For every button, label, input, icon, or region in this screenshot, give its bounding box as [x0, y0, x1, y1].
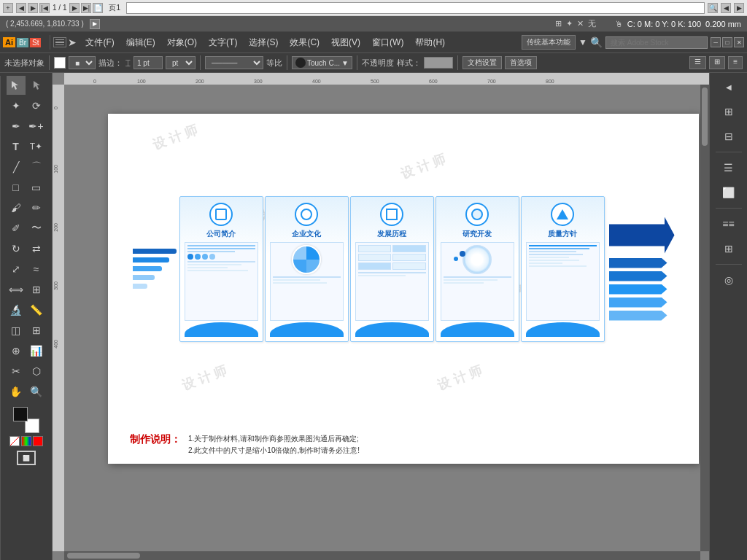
window-close[interactable]: ✕ [734, 37, 744, 47]
properties-panel-btn[interactable]: ⊟ [718, 125, 740, 147]
pathfinder-panel-btn[interactable]: ⊞ [718, 238, 740, 260]
type-tool[interactable]: T [7, 137, 26, 156]
window-maximize[interactable]: □ [722, 37, 732, 47]
direct-select-tool[interactable] [27, 76, 46, 95]
eraser-tool[interactable]: ⬡ [27, 362, 46, 381]
select-tool[interactable] [7, 76, 26, 95]
transform-panel-btn[interactable]: ⊞ [718, 101, 740, 122]
chart-tool[interactable]: 📊 [27, 341, 46, 360]
zoom-tool[interactable]: 🔍 [27, 382, 46, 401]
touch-dropdown[interactable]: Touch C... ▼ [292, 56, 352, 69]
mesh-tool[interactable]: ⊞ [27, 321, 46, 340]
coord-play-btn[interactable]: ▶ [90, 19, 100, 29]
menu-icon-btn[interactable]: ≡ [728, 56, 743, 69]
menu-effect[interactable]: 效果(C) [284, 34, 325, 52]
menu-edit[interactable]: 编辑(E) [120, 34, 161, 52]
workspace-btn[interactable]: 传统基本功能 [522, 35, 576, 50]
scroll-horizontal[interactable] [64, 551, 700, 560]
browser-new-btn[interactable]: + [3, 3, 13, 13]
add-anchor-tool[interactable]: ✒+ [27, 117, 46, 136]
ai-logo[interactable]: Ai [3, 37, 15, 47]
canvas-content[interactable]: 设 计 师 设 计 师 设 计 师 设 计 师 设 计 师 设 计 师 [64, 85, 709, 560]
arc-tool[interactable]: ⌒ [27, 158, 46, 176]
canvas-area[interactable]: 0 100 200 300 400 500 600 700 800 0 100 … [53, 73, 709, 560]
touch-type-tool[interactable]: T✦ [27, 137, 46, 156]
browser-pdf-btn[interactable]: 📄 [93, 3, 103, 13]
rounded-rect-tool[interactable]: ▭ [27, 178, 46, 197]
scroll-v-thumb[interactable] [702, 88, 708, 146]
magic-wand-tool[interactable]: ✦ [7, 96, 26, 115]
rotate-tool[interactable]: ↻ [7, 239, 26, 258]
measure-tool[interactable]: 📏 [27, 300, 46, 319]
free-transform[interactable]: ⊞ [27, 280, 46, 299]
doc-settings-btn[interactable]: 文档设置 [462, 56, 502, 69]
stroke-unit-select[interactable]: pt px [166, 56, 196, 69]
color-swatch[interactable] [21, 436, 31, 446]
pencil-tool[interactable]: ✐ [7, 219, 26, 238]
browser-back-btn[interactable]: ◀ [16, 3, 26, 13]
browser-nav-next[interactable]: ▶ [734, 3, 744, 13]
red-swatch[interactable] [33, 436, 43, 446]
scroll-h-thumb[interactable] [67, 553, 140, 559]
browser-start-btn[interactable]: |◀ [39, 3, 50, 13]
br-logo[interactable]: Br [17, 38, 28, 47]
lasso-tool[interactable]: ⟳ [27, 96, 46, 115]
browser-fwd-btn[interactable]: ▶ [28, 3, 38, 13]
scale-tool[interactable]: ⤢ [7, 260, 26, 279]
fill-swatch[interactable] [54, 57, 66, 69]
menu-file[interactable]: 文件(F) [80, 34, 120, 52]
browser-zoom-btn[interactable]: 🔍 [708, 3, 718, 13]
blob-brush-tool[interactable]: ✏ [27, 198, 46, 217]
menu-window[interactable]: 窗口(W) [366, 34, 409, 52]
stroke-style-select[interactable]: ───── [205, 56, 263, 69]
warp-tool[interactable]: ≈ [27, 260, 46, 279]
shape-builder-tool[interactable]: ⊕ [7, 341, 26, 360]
rect-tool[interactable]: □ [7, 178, 26, 197]
scroll-vertical[interactable] [700, 85, 709, 551]
send-icon[interactable]: ➤ [68, 36, 77, 48]
panel-divider-3 [716, 264, 742, 265]
browser-next-btn[interactable]: ▶ [69, 3, 80, 13]
artboard-tool[interactable]: ⬜ [17, 451, 36, 465]
panel-collapse-btn[interactable]: ◀ [718, 76, 740, 98]
menu-view[interactable]: 视图(V) [325, 34, 366, 52]
panel-toggle-btn[interactable]: ☰ [689, 56, 706, 69]
reflect-tool[interactable]: ⇄ [27, 239, 46, 258]
st-logo[interactable]: St [30, 38, 41, 47]
browser-nav-prev[interactable]: ◀ [721, 3, 731, 13]
pen-tool[interactable]: ✒ [7, 117, 26, 136]
smooth-tool[interactable]: 〜 [27, 219, 46, 238]
none-swatch[interactable] [9, 436, 20, 446]
layout-icon[interactable] [53, 37, 66, 47]
align-panel-btn[interactable]: ≡≡ [718, 213, 740, 235]
appearance-panel-btn[interactable]: ◎ [718, 269, 740, 291]
layers-panel-btn[interactable]: ☰ [718, 157, 740, 179]
window-minimize[interactable]: ─ [711, 37, 721, 47]
fg-color-swatch[interactable] [13, 407, 28, 421]
menu-object[interactable]: 对象(O) [161, 34, 203, 52]
menu-help[interactable]: 帮助(H) [409, 34, 451, 52]
fill-type-select[interactable]: ■ [69, 56, 96, 69]
browser-last-btn[interactable]: ▶| [81, 3, 91, 13]
paintbrush-tool[interactable]: 🖌 [7, 198, 26, 217]
width-tool[interactable]: ⟺ [7, 280, 26, 299]
card-1-icon [209, 203, 233, 226]
style-swatch[interactable] [424, 57, 453, 69]
eyedropper-tool[interactable]: 🔬 [7, 300, 26, 319]
browser-address-input[interactable] [126, 2, 705, 14]
gradient-tool[interactable]: ◫ [7, 321, 26, 340]
menu-type[interactable]: 文字(T) [203, 34, 243, 52]
menu-select[interactable]: 选择(S) [243, 34, 284, 52]
stroke-width-input[interactable] [133, 56, 163, 69]
artboards-panel-btn[interactable]: ⬜ [718, 182, 740, 203]
adobe-stock-search[interactable] [605, 36, 708, 49]
workspace-dropdown-icon[interactable]: ▼ [578, 37, 587, 47]
line-tool[interactable]: ╱ [7, 158, 26, 176]
color-swatch-group [13, 407, 39, 433]
artboard[interactable]: 设 计 师 设 计 师 设 计 师 设 计 师 设 计 师 设 计 师 [108, 114, 699, 464]
search-icon[interactable]: 🔍 [590, 36, 603, 48]
scissors-tool[interactable]: ✂ [7, 362, 26, 381]
align-btn[interactable]: ⊞ [709, 56, 725, 69]
hand-tool[interactable]: ✋ [7, 382, 26, 401]
preferences-btn[interactable]: 首选项 [505, 56, 537, 69]
